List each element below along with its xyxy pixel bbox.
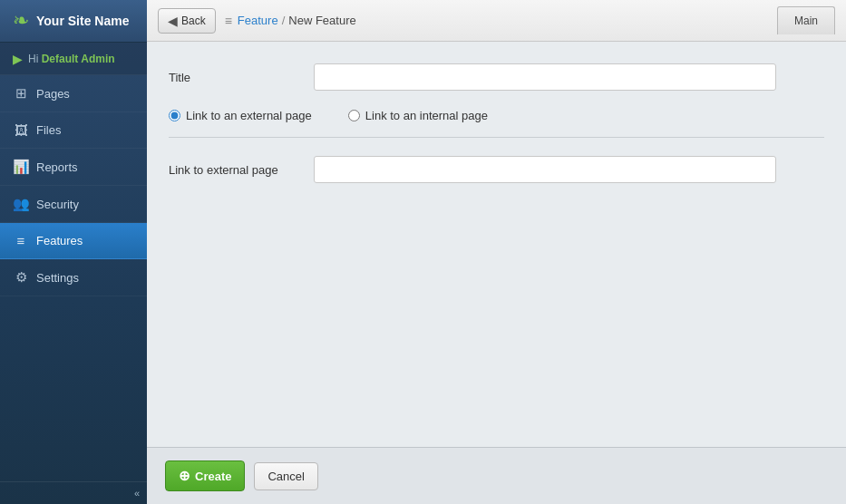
link-input[interactable] (314, 156, 776, 183)
breadcrumb-parent[interactable]: Feature (238, 14, 278, 27)
sidebar-item-features-label: Features (36, 234, 83, 247)
radio-internal-label: Link to an internal page (365, 109, 488, 122)
user-icon: ▶ (13, 52, 23, 66)
form-content: Title Link to an external page Link to a… (147, 42, 846, 447)
topbar-right: Main (777, 6, 835, 34)
settings-icon: ⚙ (13, 269, 29, 286)
title-row: Title (169, 63, 824, 91)
back-icon: ◀ (168, 14, 178, 28)
main-tab[interactable]: Main (777, 6, 835, 34)
files-icon: 🖼 (13, 122, 29, 138)
breadcrumb-separator: / (282, 14, 286, 27)
radio-external-label: Link to an external page (186, 109, 312, 122)
sidebar-item-settings-label: Settings (36, 271, 79, 285)
collapse-icon: « (134, 488, 140, 499)
site-name: Your Site Name (36, 14, 129, 28)
topbar: ◀ Back ≡ Feature / New Feature Main (147, 0, 846, 42)
link-label: Link to external page (169, 163, 314, 177)
breadcrumb-current: New Feature (288, 14, 355, 27)
user-name: Default Admin (42, 53, 115, 65)
logo-icon: ❧ (13, 11, 29, 31)
sidebar-collapse-button[interactable]: « (0, 481, 147, 504)
sidebar-item-files-label: Files (36, 123, 61, 137)
create-icon: ⊕ (179, 468, 190, 484)
sidebar-item-files[interactable]: 🖼 Files (0, 112, 147, 149)
radio-row: Link to an external page Link to an inte… (169, 109, 824, 138)
radio-external-input[interactable] (169, 110, 180, 121)
main-area: ◀ Back ≡ Feature / New Feature Main Titl… (147, 0, 846, 504)
create-label: Create (195, 470, 231, 483)
create-button[interactable]: ⊕ Create (165, 460, 245, 491)
sidebar-item-settings[interactable]: ⚙ Settings (0, 259, 147, 296)
user-greeting: Hi Default Admin (28, 53, 115, 65)
title-input[interactable] (314, 63, 776, 91)
sidebar-item-pages[interactable]: ⊞ Pages (0, 75, 147, 112)
bottombar: ⊕ Create Cancel (147, 447, 846, 504)
sidebar-nav: ⊞ Pages 🖼 Files 📊 Reports 👥 Security ≡ F… (0, 75, 147, 481)
radio-internal-input[interactable] (348, 110, 360, 121)
radio-internal-option[interactable]: Link to an internal page (348, 109, 488, 122)
title-label: Title (169, 71, 314, 84)
features-icon: ≡ (13, 233, 29, 248)
sidebar-item-security-label: Security (36, 198, 79, 211)
cancel-button[interactable]: Cancel (254, 462, 317, 490)
security-icon: 👥 (13, 196, 29, 212)
sidebar-logo: ❧ Your Site Name (0, 0, 147, 43)
breadcrumb-icon: ≡ (225, 14, 232, 28)
pages-icon: ⊞ (13, 85, 29, 102)
sidebar: ❧ Your Site Name ▶ Hi Default Admin ⊞ Pa… (0, 0, 147, 504)
radio-external-option[interactable]: Link to an external page (169, 109, 312, 122)
sidebar-item-reports-label: Reports (36, 160, 78, 174)
back-label: Back (181, 15, 206, 27)
link-row: Link to external page (169, 156, 824, 183)
sidebar-item-pages-label: Pages (36, 87, 70, 101)
sidebar-user: ▶ Hi Default Admin (0, 43, 147, 75)
sidebar-item-security[interactable]: 👥 Security (0, 186, 147, 223)
back-button[interactable]: ◀ Back (158, 8, 216, 34)
sidebar-item-features[interactable]: ≡ Features (0, 223, 147, 259)
sidebar-item-reports[interactable]: 📊 Reports (0, 149, 147, 186)
breadcrumb: ≡ Feature / New Feature (225, 14, 356, 28)
reports-icon: 📊 (13, 159, 29, 175)
